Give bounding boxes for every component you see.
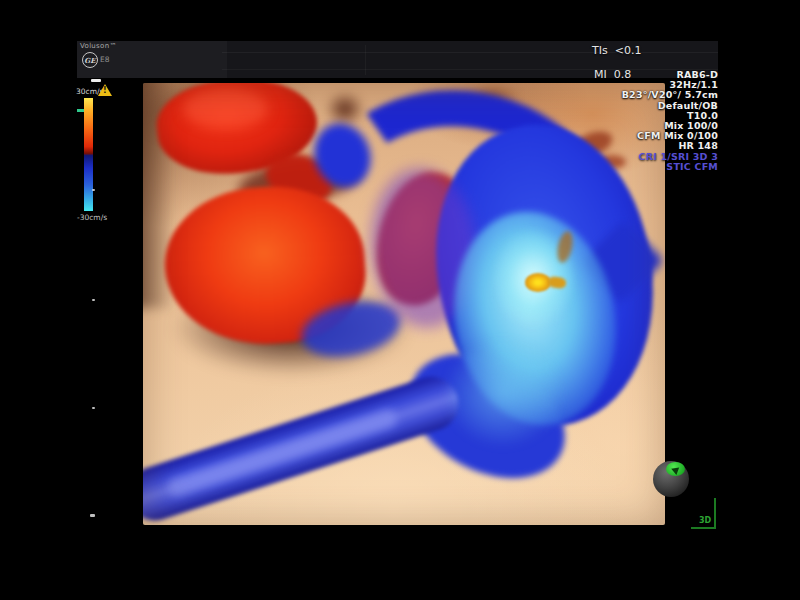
- depth-marker: [92, 189, 95, 191]
- mi-label: MI: [594, 68, 607, 81]
- orientation-ball-green-marker: [666, 462, 685, 476]
- velocity-scale-min-label: -30cm/s: [77, 213, 107, 222]
- orientation-ball[interactable]: [653, 461, 689, 497]
- depth-marker: [90, 514, 95, 517]
- render-box-corner-vertical: [714, 498, 716, 529]
- warning-triangle-icon: !: [98, 84, 112, 96]
- header-divider: [222, 52, 718, 53]
- depth-marker: [92, 299, 95, 301]
- tis-value: <0.1: [615, 44, 642, 57]
- red-flow-highlight: [183, 89, 268, 129]
- product-name: Voluson™: [80, 42, 117, 50]
- warning-mark: !: [103, 86, 107, 95]
- render-box-corner-horizontal: [691, 527, 716, 529]
- mode-line: STIC CFM: [622, 162, 718, 172]
- tis-readout: TIs<0.1: [592, 44, 641, 57]
- colorbar-tick-icon: [77, 109, 84, 112]
- ultrasound-screen: Voluson™ GE E8 TIs<0.1 MI0.8 RAB6-D 32Hz…: [0, 0, 800, 600]
- render-box-label: 3D: [699, 516, 711, 525]
- cyan-flow-lower: [443, 338, 563, 448]
- model-name: E8: [100, 55, 110, 64]
- ge-logo: GE: [82, 52, 98, 68]
- ultrasound-render[interactable]: [143, 83, 665, 525]
- ge-logo-monogram: GE: [84, 56, 95, 65]
- parameter-column: RAB6-D 32Hz/1.1 B23°/V20°/ 5.7cm Default…: [622, 70, 718, 172]
- header-divider: [365, 45, 366, 75]
- tis-label: TIs: [592, 44, 608, 57]
- focus-marker: [91, 79, 101, 82]
- depth-marker: [92, 407, 95, 409]
- velocity-colorbar: [84, 98, 93, 211]
